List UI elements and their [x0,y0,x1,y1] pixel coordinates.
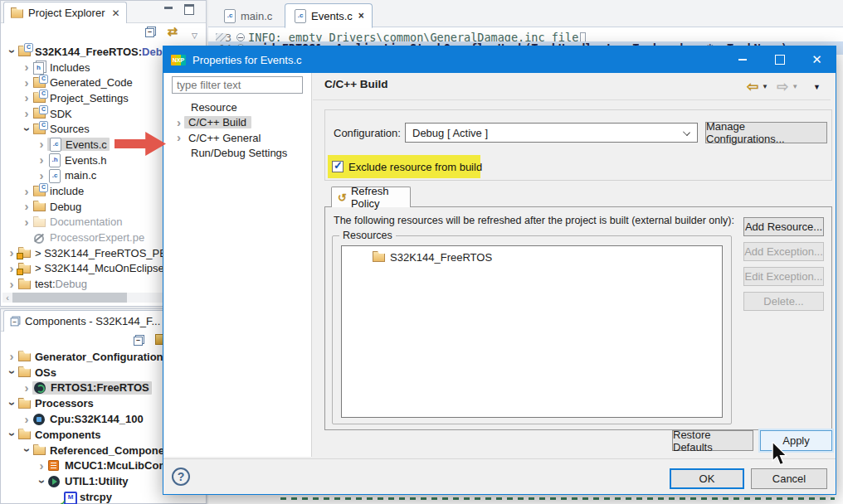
explorer-toolbar [1,24,206,41]
utility-component-icon [47,475,61,488]
chevron-collapsed-icon[interactable] [6,352,17,361]
chevron-collapsed-icon[interactable] [6,249,17,257]
exclude-resource-row[interactable]: Exclude resource from build [332,155,482,178]
tree-item-label: Components [35,429,100,441]
chevron-expanded-icon[interactable] [6,400,17,408]
dialog-page-title: C/C++ Build [324,78,388,90]
selected-item-highlight: C/C++ Build [184,116,251,128]
minimize-view-icon[interactable] [164,7,173,9]
chevron-expanded-icon[interactable] [6,47,17,56]
source-folder-icon [32,123,46,136]
chevron-down-icon [683,128,690,136]
footer-divider [163,458,836,459]
project-explorer-tab[interactable]: Project Explorer ✕ [3,2,127,23]
exclude-checkbox[interactable] [332,161,344,172]
fold-collapse-icon[interactable] [236,33,245,41]
tree-item-label: OSs [35,366,56,379]
scroll-left-icon[interactable]: ‹ [2,293,12,303]
collapse-all-icon[interactable] [145,27,156,37]
tree-item-label: > S32K144_McuOnEclipseC [35,262,172,274]
source-folder-icon [32,107,46,120]
resources-list[interactable]: S32K144_FreeRTOS [341,245,723,418]
chevron-collapsed-icon[interactable] [173,133,184,142]
dialog-close-button[interactable]: ✕ [798,46,836,73]
chevron-expanded-icon[interactable] [21,125,32,133]
chevron-expanded-icon[interactable] [36,477,47,486]
add-resource-button[interactable]: Add Resource... [743,217,824,236]
nav-item-cc-general[interactable]: C/C++ General [164,130,311,146]
c-file-icon [48,138,62,151]
properties-dialog: Properties for Events.c ✕ Resource C/C++… [163,46,836,495]
scrollbar-thumb[interactable] [12,293,127,303]
resource-list-item[interactable]: S32K144_FreeRTOS [372,250,492,264]
tree-item-label: Generator_Configurations [35,351,169,363]
dialog-nav-pane: Resource C/C++ Build C/C++ General Run/D… [164,73,311,457]
configuration-combo[interactable]: Debug [ Active ] [405,123,698,143]
nav-item-cc-build[interactable]: C/C++ Build [164,115,311,131]
tab-label: Refresh Policy [351,185,404,210]
nav-item-run-debug[interactable]: Run/Debug Settings [164,146,311,162]
refresh-policy-tab[interactable]: Refresh Policy [331,187,411,207]
panel-close-icon[interactable]: ✕ [111,7,119,19]
chevron-expanded-icon[interactable] [21,446,32,454]
link-with-editor-icon[interactable] [167,24,178,39]
chevron-collapsed-icon[interactable] [21,384,32,392]
dialog-titlebar[interactable]: Properties for Events.c ✕ [163,46,836,73]
cancel-button[interactable]: Cancel [751,468,827,489]
chevron-collapsed-icon[interactable] [36,140,47,148]
freertos-component-icon [33,381,47,395]
chevron-collapsed-icon[interactable] [36,156,47,164]
editor-tab-row: main.c Events.c × [208,0,843,27]
chevron-collapsed-icon[interactable] [21,79,32,87]
folder-icon [17,350,32,363]
chevron-expanded-icon[interactable] [6,430,17,439]
dialog-maximize-button[interactable] [761,46,798,73]
help-button[interactable]: ? [172,468,190,486]
filter-input[interactable] [172,76,303,94]
tree-item-label: Includes [50,61,90,74]
chevron-collapsed-icon[interactable] [36,462,47,470]
chevron-collapsed-icon[interactable] [21,63,32,71]
chevron-collapsed-icon[interactable] [21,187,32,196]
tab-main-c[interactable]: main.c [215,3,280,28]
view-menu-icon[interactable] [192,27,197,41]
add-exception-button[interactable]: Add Exception... [743,242,824,261]
mculib-component-icon [47,459,61,472]
chevron-expanded-icon[interactable] [6,368,17,376]
dialog-minimize-button[interactable] [724,46,761,73]
tree-item-suffix: Debug [56,278,87,290]
chevron-collapsed-icon[interactable] [173,119,184,127]
chevron-collapsed-icon[interactable] [21,109,32,118]
c-file-icon [47,169,61,182]
chevron-collapsed-icon[interactable] [6,264,17,273]
c-file-icon [293,9,307,22]
maximize-view-icon[interactable] [184,4,194,15]
view-menu-icon[interactable]: ▼ [813,83,821,91]
chevron-collapsed-icon[interactable] [36,172,47,180]
delete-button[interactable]: Delete... [743,292,824,311]
tree-item-label: Events.c [66,138,107,151]
dialog-title: Properties for Events.c [192,54,724,66]
resources-group-label: Resources [339,230,396,241]
chevron-collapsed-icon[interactable] [21,218,32,226]
configuration-value: Debug [ Active ] [412,127,488,139]
chevron-collapsed-icon[interactable] [21,94,32,102]
nav-item-resource[interactable]: Resource [164,99,311,115]
ok-button[interactable]: OK [670,468,744,489]
chevron-collapsed-icon[interactable] [6,280,17,288]
manage-configurations-button[interactable]: Manage Configurations... [705,122,827,143]
components-tab[interactable]: Components - S32K144_F... ✕ [3,310,182,332]
back-dropdown-icon[interactable]: ▼ [762,83,768,90]
chevron-collapsed-icon[interactable] [21,202,32,211]
folder-icon [32,443,46,457]
history-nav-arrows: ⇦ ▼ ⇨ ▼ ▼ [747,78,826,95]
chevron-collapsed-icon[interactable] [21,415,32,424]
tab-events-c[interactable]: Events.c × [285,3,373,28]
edit-exception-button[interactable]: Edit Exception... [743,267,824,286]
restore-defaults-button[interactable]: Restore Defaults [672,430,753,451]
collapse-all-icon[interactable] [134,335,144,346]
back-arrow-icon[interactable]: ⇦ [747,78,758,95]
forward-arrow-icon[interactable]: ⇨ [777,78,788,95]
tab-close-icon[interactable]: × [358,10,364,22]
forward-dropdown-icon[interactable]: ▼ [792,83,798,90]
